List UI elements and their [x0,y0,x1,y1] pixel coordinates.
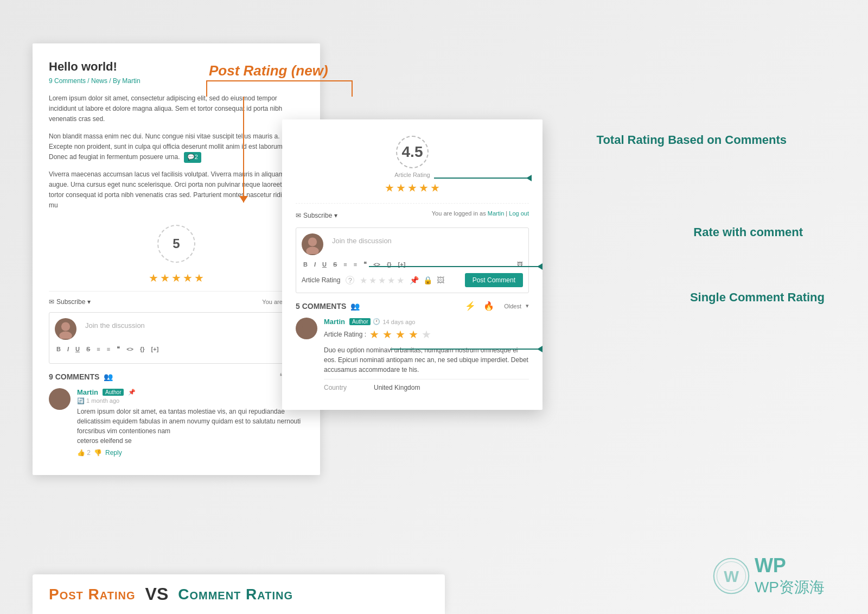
bold-btn[interactable]: B [55,345,62,353]
wp-chinese-label: WP资源海 [755,577,825,598]
f-bold[interactable]: B [302,260,309,269]
single-comment-arrow [391,349,542,350]
thumbs-down[interactable]: 👎 [94,449,102,457]
bracket-right [352,80,353,97]
envelope-icon-2: ✉ [296,212,301,219]
logged-in-bar: You are logged in as Martin | Log out [432,210,529,217]
post-rating-arrow [243,97,244,202]
f-italic[interactable]: I [312,260,317,269]
envelope-icon: ✉ [49,298,54,306]
star-2[interactable]: ★ [160,271,170,284]
front-article-rating-label: Article Rating [302,276,340,284]
front-comment-placeholder[interactable]: Join the discussion [329,233,523,248]
front-avatar [302,233,323,255]
form-action-icons: 📌 🔒 🖼 [410,276,444,284]
sort-filter[interactable]: Oldest ▾ [504,302,529,309]
front-bolt-icon: ⚡ [465,301,476,311]
lock-icon[interactable]: 🔒 [423,276,432,284]
e-star-1[interactable]: ★ [360,275,367,286]
chevron-icon: ▾ [87,298,91,306]
chevron-icon-2: ▾ [334,212,337,219]
f-star-2[interactable]: ★ [396,181,406,194]
front-clock-icon: 🕐 [373,318,380,325]
f-strike[interactable]: S [331,260,339,269]
underline-btn[interactable]: U [74,345,81,353]
post-rating-vs-label: Post Rating [49,586,136,603]
s-star-1[interactable]: ★ [369,328,379,341]
front-comment-body: Martin Author 🕐 14 days ago Article Rati… [324,318,529,391]
rating-number: 4.5 [396,136,429,168]
subscribe-button[interactable]: ✉ Subscribe ▾ [49,298,91,306]
reply-btn[interactable]: Reply [105,449,122,457]
post-rating-widget: 5 ★ ★ ★ ★ ★ [49,219,304,284]
logged-user-link[interactable]: Martin [488,210,505,217]
single-comment-rating: Article Rating : ★ ★ ★ ★ ★ [324,328,529,341]
front-question-icon[interactable]: ? [346,276,354,284]
svg-point-3 [53,402,66,409]
comment-avatar [49,388,71,410]
plus-btn[interactable]: [+] [150,345,161,353]
back-card-stars: ★ ★ ★ ★ ★ [49,271,304,284]
comment-placeholder[interactable]: Join the discussion [82,318,298,333]
comment-form: Join the discussion B I U S ≡ ≡ ❝ <> {} … [49,312,304,364]
f-star-4[interactable]: ★ [419,181,429,194]
svg-text:W: W [724,567,739,585]
thumbs-up[interactable]: 👍 2 [77,449,91,457]
e-star-4[interactable]: ★ [387,275,395,286]
strike-btn[interactable]: S [85,345,92,353]
image-icon-2[interactable]: 🖼 [437,276,444,284]
rate-comment-arrow [369,266,542,267]
svg-point-0 [61,322,70,331]
star-5[interactable]: ★ [194,271,204,284]
star-3[interactable]: ★ [171,271,181,284]
front-subscribe-btn[interactable]: ✉ Subscribe ▾ [296,212,337,219]
s-star-4[interactable]: ★ [409,328,418,341]
field-label: Country [324,384,347,391]
bracket-left [206,80,207,97]
pin-icon-2[interactable]: 📌 [410,276,419,284]
list1-btn[interactable]: ≡ [95,345,101,353]
f-star-1[interactable]: ★ [385,181,394,194]
e-star-5[interactable]: ★ [397,275,404,286]
f-code[interactable]: <> [372,260,382,269]
e-star-2[interactable]: ★ [369,275,376,286]
code2-btn[interactable]: {} [138,345,146,353]
front-toolbar: B I U S ≡ ≡ ❝ <> {} [+] 🖼 [302,259,523,269]
users-icon: 👥 [104,372,113,381]
f-list1[interactable]: ≡ [342,260,348,269]
toolbar-row: B I U S ≡ ≡ ❝ <> {} [+] [55,344,298,353]
e-star-3[interactable]: ★ [378,275,386,286]
s-star-3[interactable]: ★ [395,328,405,341]
f-underline[interactable]: U [321,260,328,269]
f-star-3[interactable]: ★ [407,181,417,194]
f-code2[interactable]: {} [385,260,393,269]
f-star-5[interactable]: ★ [430,181,440,194]
star-1[interactable]: ★ [149,271,158,284]
code-btn[interactable]: <> [125,345,135,353]
author-badge: Author [103,389,124,396]
comments-header: 9 COMMENTS 👥 ❝ ⚡ [49,371,304,382]
star-4[interactable]: ★ [183,271,193,284]
s-star-2[interactable]: ★ [382,328,392,341]
comment-body: Martin Author 📌 🔄 1 month ago Lorem ipsu… [77,388,304,457]
log-out-link[interactable]: Log out [509,210,529,217]
f-list2[interactable]: ≡ [352,260,359,269]
quote-btn[interactable]: ❝ [115,344,122,353]
s-star-5[interactable]: ★ [422,328,431,341]
back-card: Hello world! 9 Comments / News / By Mart… [33,43,320,475]
front-comment-text: Duo eu option nominavi urbanitas, numqua… [324,345,529,375]
post-comment-button[interactable]: Post Comment [465,273,523,287]
post-para-3: Viverra maecenas accumsan lacus vel faci… [49,169,304,211]
comment-text: Lorem ipsum dolor sit amet, ea tantas mo… [77,407,304,436]
front-comment-author: Martin [324,318,345,326]
comment-item: Martin Author 📌 🔄 1 month ago Lorem ipsu… [49,388,304,457]
front-subscribe-bar: ✉ Subscribe ▾ You are logged in as Marti… [296,210,529,221]
f-quote[interactable]: ❝ [362,259,368,269]
comment-field: Country United Kingdom [324,379,529,391]
comments-count: 9 COMMENTS [49,372,99,381]
avatar [55,318,76,340]
list2-btn[interactable]: ≡ [105,345,112,353]
italic-btn[interactable]: I [66,345,71,353]
f-plus[interactable]: [+] [397,260,407,269]
wp-text-label: WP [755,554,825,577]
